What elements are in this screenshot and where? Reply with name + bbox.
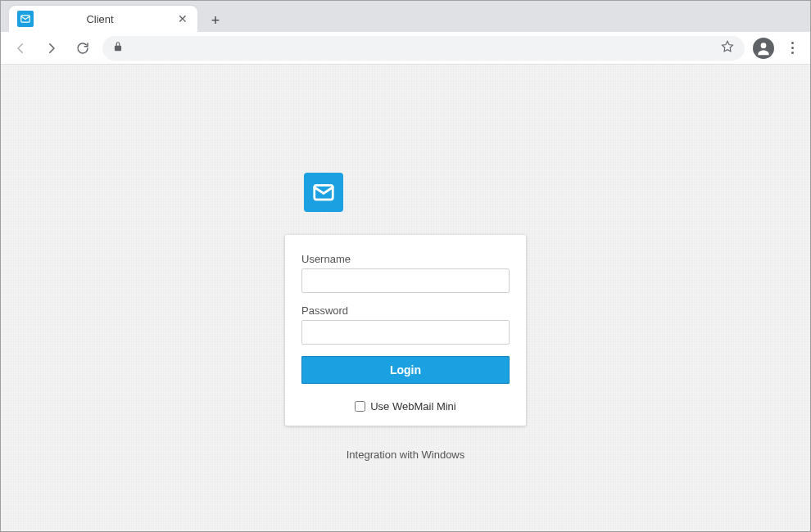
tab-close-icon[interactable]: ✕	[176, 12, 189, 25]
nav-reload-button[interactable]	[71, 37, 94, 60]
page-viewport: Username Password Login Use WebMail Mini…	[1, 64, 810, 531]
browser-tab[interactable]: Client ✕	[9, 6, 197, 32]
password-label: Password	[301, 304, 510, 317]
new-tab-button[interactable]: +	[204, 9, 227, 32]
username-label: Username	[301, 253, 510, 265]
login-button[interactable]: Login	[301, 356, 510, 384]
bookmark-star-icon[interactable]	[720, 39, 735, 57]
footer-link[interactable]: Integration with Windows	[347, 449, 465, 461]
footer-link-text: Integration with Windows	[347, 449, 465, 461]
password-input[interactable]	[301, 320, 510, 345]
svg-point-3	[761, 43, 767, 48]
lock-icon	[112, 41, 124, 56]
browser-toolbar	[1, 32, 810, 65]
use-mini-checkbox[interactable]	[355, 401, 365, 412]
nav-back-button[interactable]	[9, 37, 32, 60]
login-panel: Username Password Login Use WebMail Mini	[285, 235, 526, 426]
plus-icon: +	[211, 12, 220, 29]
address-bar[interactable]	[102, 36, 745, 61]
nav-forward-button[interactable]	[40, 37, 63, 60]
use-mini-label: Use WebMail Mini	[370, 400, 456, 413]
profile-avatar-icon[interactable]	[753, 38, 774, 59]
use-mini-row: Use WebMail Mini	[301, 400, 510, 413]
tab-strip: Client ✕ +	[1, 1, 810, 32]
app-logo-icon	[304, 173, 343, 212]
tab-title: Client	[24, 13, 176, 25]
username-input[interactable]	[301, 268, 510, 293]
browser-menu-button[interactable]	[782, 42, 802, 54]
